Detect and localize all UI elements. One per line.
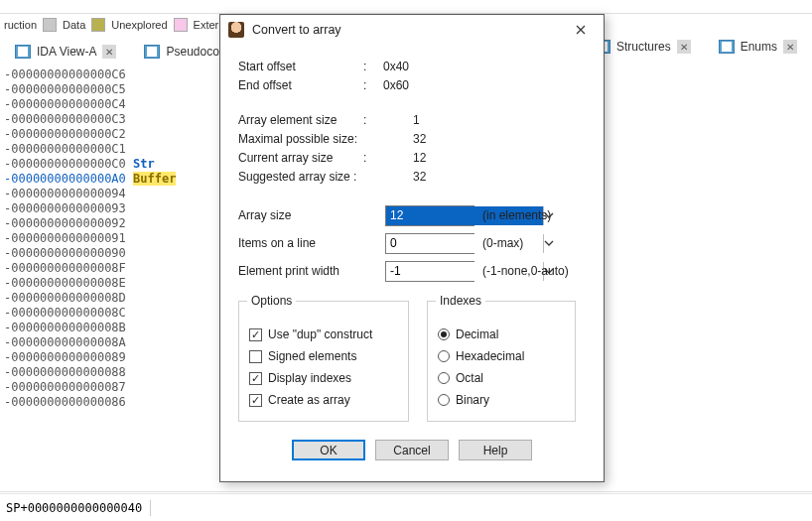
array-size-label: Array size [238, 208, 377, 222]
dialog-body: Start offset : 0x40 End offset : 0x60 Ar… [220, 45, 604, 470]
end-offset-label: End offset [238, 78, 363, 92]
cur-size-value: 12 [383, 151, 426, 165]
radio-hexadecimal[interactable]: Hexadecimal [438, 345, 565, 367]
document-icon [144, 45, 160, 59]
dialog-titlebar[interactable]: Convert to array [220, 15, 604, 45]
dialog-title-text: Convert to array [252, 23, 341, 37]
status-bar: SP+0000000000000040 [0, 493, 812, 521]
close-icon [576, 25, 586, 35]
help-button[interactable]: Help [459, 440, 532, 460]
legend-label-instruction: ruction [4, 19, 37, 31]
options-group: Options Use "dup" construct Signed eleme… [238, 301, 409, 422]
options-title: Options [247, 294, 296, 308]
items-line-combo[interactable] [385, 233, 474, 254]
checkbox-icon [249, 394, 262, 407]
legend-swatch-data [43, 18, 57, 32]
checkbox-icon [249, 372, 262, 385]
radio-icon [438, 328, 450, 340]
start-offset-label: Start offset [238, 60, 363, 73]
legend-label-data: Data [63, 19, 85, 31]
sug-size-label: Suggested array size : [238, 170, 363, 184]
divider [0, 491, 812, 492]
array-size-hint: (in elements) [482, 208, 551, 222]
print-width-hint: (-1-none,0-auto) [482, 264, 569, 278]
legend-label-unexplored: Unexplored [111, 19, 167, 31]
tab-label: Structures [616, 40, 671, 54]
cur-size-label: Current array size [238, 151, 363, 165]
tab-label: Pseudoco [166, 45, 218, 59]
radio-icon [438, 350, 450, 362]
array-size-combo[interactable] [385, 205, 474, 226]
elem-size-label: Array element size [238, 113, 363, 127]
top-swatch-strip [0, 0, 812, 14]
end-offset-value: 0x60 [383, 78, 409, 92]
radio-icon [438, 372, 450, 384]
indexes-group: Indexes Decimal Hexadecimal Octal Binary [427, 301, 576, 422]
items-line-hint: (0-max) [482, 236, 523, 250]
items-line-label: Items on a line [238, 236, 377, 250]
chevron-down-icon[interactable] [543, 234, 554, 253]
checkbox-display-indexes[interactable]: Display indexes [249, 367, 398, 389]
tab-enums[interactable]: Enums ✕ [710, 36, 806, 58]
tab-label: IDA View-A [37, 45, 96, 59]
tab-ida-view[interactable]: IDA View-A ✕ [6, 41, 125, 63]
start-offset-value: 0x40 [383, 60, 409, 73]
indexes-title: Indexes [436, 294, 485, 308]
print-width-combo[interactable] [385, 261, 474, 282]
checkbox-signed[interactable]: Signed elements [249, 345, 398, 367]
close-icon[interactable]: ✕ [783, 40, 797, 54]
close-button[interactable] [566, 18, 596, 42]
ok-button[interactable]: OK [292, 440, 365, 460]
checkbox-create-as-array[interactable]: Create as array [249, 389, 398, 411]
print-width-label: Element print width [238, 264, 377, 278]
tab-label: Enums [741, 40, 777, 54]
checkbox-icon [249, 328, 262, 341]
document-icon [15, 45, 31, 59]
max-size-label: Maximal possible size: [238, 132, 363, 146]
radio-binary[interactable]: Binary [438, 389, 565, 411]
max-size-value: 32 [383, 132, 426, 146]
status-position: SP+0000000000000040 [6, 501, 142, 515]
legend-swatch-external [174, 18, 188, 32]
elem-size-value: 1 [383, 113, 420, 127]
sug-size-value: 32 [383, 170, 426, 184]
checkbox-use-dup[interactable]: Use "dup" construct [249, 324, 398, 345]
right-tabs: Structures ✕ Enums ✕ [586, 36, 806, 58]
radio-octal[interactable]: Octal [438, 367, 565, 389]
divider [150, 500, 151, 516]
radio-icon [438, 394, 450, 406]
document-icon [719, 40, 735, 54]
tab-pseudocode[interactable]: Pseudoco [135, 41, 227, 63]
close-icon[interactable]: ✕ [677, 40, 691, 54]
close-icon[interactable]: ✕ [102, 45, 116, 59]
checkbox-icon [249, 350, 262, 363]
cancel-button[interactable]: Cancel [375, 440, 449, 460]
radio-decimal[interactable]: Decimal [438, 324, 565, 345]
app-icon [228, 22, 244, 38]
convert-to-array-dialog: Convert to array Start offset : 0x40 End… [219, 14, 605, 482]
legend-swatch-unexplored [91, 18, 105, 32]
